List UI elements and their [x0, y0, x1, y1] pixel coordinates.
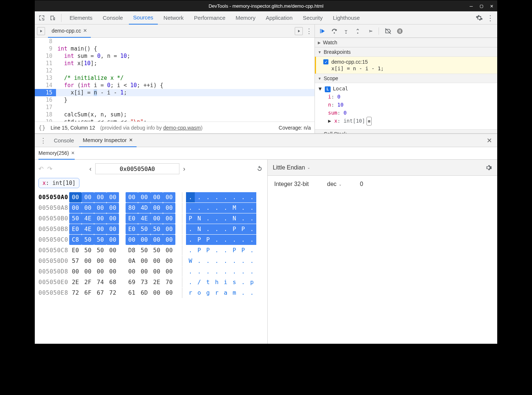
code-editor[interactable]: 89int main() {10 int sum = 0, n = 10;11 … [35, 38, 315, 122]
panel-tab-sources[interactable]: Sources [129, 11, 158, 25]
code-line[interactable]: 11 int x[10]; [35, 60, 315, 67]
scope-variable[interactable]: sum: 0 [328, 109, 494, 117]
memory-row[interactable]: 005050C0C850500000000000.PP..... [38, 234, 264, 245]
panel-tab-elements[interactable]: Elements [65, 11, 97, 25]
inspect-element-icon[interactable] [37, 13, 46, 23]
memory-row[interactable]: 005050A00000000000000000........ [38, 192, 264, 202]
code-line[interactable]: 18 calcSum(x, n, sum); [35, 111, 315, 118]
memory-row[interactable]: 005050E02E2F746869732E70./this.p [38, 277, 264, 287]
scope-variable[interactable]: n: 10 [328, 101, 494, 109]
close-drawer-icon[interactable]: ✕ [484, 137, 494, 145]
drawer-more-icon[interactable]: ⋮ [38, 137, 49, 145]
step-into-icon[interactable] [342, 27, 350, 35]
svg-rect-7 [400, 29, 401, 32]
reveal-in-memory-icon[interactable]: ▦ [367, 117, 372, 126]
watch-section-header[interactable]: ▶Watch [315, 38, 497, 47]
panel-tab-lighthouse[interactable]: Lighthouse [328, 11, 364, 25]
page-next-icon[interactable]: › [183, 165, 185, 173]
breakpoint-code: x[i] = n - i - 1; [323, 66, 494, 71]
maximize-button[interactable]: ▢ [478, 3, 485, 9]
title-bar: DevTools - memory-inspector.glitch.me/de… [35, 0, 497, 11]
panel-tab-performance[interactable]: Performance [190, 11, 230, 25]
code-line[interactable]: 9int main() { [35, 45, 315, 52]
settings-gear-icon[interactable] [475, 13, 484, 23]
scope-variable[interactable]: i: 0 [328, 93, 494, 101]
breakpoint-location: demo-cpp.cc:15 [331, 59, 368, 65]
page-prev-icon[interactable]: ‹ [89, 165, 92, 173]
breakpoint-checkbox[interactable]: ✓ [323, 59, 328, 64]
devtools-main-toolbar: Elements Console Sources Network Perform… [35, 11, 497, 25]
memory-row[interactable]: 005050B0504E0000E04E0000PN...N.. [38, 213, 264, 224]
scope-local-header[interactable]: ▼ LLocal [319, 85, 494, 93]
pause-on-exceptions-icon[interactable] [396, 27, 404, 35]
panel-tab-application[interactable]: Application [261, 11, 297, 25]
deactivate-breakpoints-icon[interactable] [384, 27, 392, 35]
run-snippet-icon[interactable] [295, 27, 303, 35]
code-line[interactable]: 8 [35, 38, 315, 45]
panel-tab-console[interactable]: Console [98, 11, 127, 25]
svg-point-5 [397, 28, 403, 34]
svg-rect-0 [320, 29, 321, 33]
cursor-position: Line 15, Column 12 [51, 125, 95, 131]
svg-point-3 [357, 32, 358, 33]
panel-tab-memory[interactable]: Memory [231, 11, 260, 25]
memory-row[interactable]: 005050A800000000804D0000.....M.. [38, 202, 264, 213]
pretty-print-icon[interactable]: {} [38, 124, 45, 131]
memory-row[interactable]: 005050D0570000000A000000W....... [38, 256, 264, 266]
close-memory-tab-icon[interactable]: ✕ [71, 150, 75, 156]
wasm-link[interactable]: demo-cpp.wasm [163, 125, 201, 131]
breakpoint-entry[interactable]: ✓demo-cpp.cc:15 x[i] = n - i - 1; [315, 57, 497, 74]
debug-info-source: (provided via debug info by demo-cpp.was… [100, 125, 202, 131]
close-file-tab-icon[interactable]: ✕ [83, 28, 87, 33]
memory-row[interactable]: 005050E8726F6772616D0000rogram.. [38, 287, 264, 298]
drawer-tab-memory-inspector[interactable]: Memory Inspector ✕ [79, 134, 137, 147]
refresh-icon[interactable] [256, 165, 264, 173]
drawer-tab-console[interactable]: Console [50, 134, 78, 147]
minimize-button[interactable]: — [468, 3, 475, 9]
interpreted-value: 0 [360, 181, 363, 187]
panel-tab-security[interactable]: Security [298, 11, 327, 25]
scope-section-header[interactable]: ▼Scope [315, 74, 497, 83]
coverage-status: Coverage: n/a [279, 125, 311, 131]
endianness-select[interactable]: Little Endian⌄ [273, 164, 310, 171]
call-stack-section-header[interactable]: ▼Call Stack [315, 129, 497, 133]
navigator-toggle-icon[interactable] [37, 27, 45, 35]
svg-point-1 [334, 32, 335, 33]
panel-tab-network[interactable]: Network [159, 11, 188, 25]
close-drawer-tab-icon[interactable]: ✕ [129, 137, 133, 143]
value-settings-icon[interactable] [485, 164, 492, 171]
object-chip[interactable]: x: int[10] [38, 178, 79, 188]
source-file-tab[interactable]: demo-cpp.cc ✕ [48, 25, 91, 38]
more-file-options-icon[interactable]: ⋮ [306, 27, 312, 35]
code-line[interactable]: 19 std::cout << sum << "\n"; [35, 118, 315, 122]
history-forward-icon[interactable]: ↷ [47, 165, 52, 173]
step-over-icon[interactable] [330, 27, 338, 35]
code-line[interactable]: 10 int sum = 0, n = 10; [35, 52, 315, 60]
step-icon[interactable] [365, 27, 373, 35]
device-toolbar-icon[interactable] [48, 13, 57, 23]
memory-row[interactable]: 005050D80000000000000000........ [38, 266, 264, 277]
scope-variable-x[interactable]: ▶ x: int[10]▦ [328, 117, 494, 126]
value-format-select[interactable]: dec⌄ [327, 181, 342, 187]
history-back-icon[interactable]: ↶ [38, 165, 44, 173]
address-input[interactable] [95, 163, 179, 174]
code-line[interactable]: 13 /* initialize x */ [35, 74, 315, 82]
code-line[interactable]: 12 [35, 67, 315, 74]
close-window-button[interactable]: ✕ [488, 3, 495, 9]
more-menu-icon[interactable]: ⋮ [486, 13, 495, 23]
code-line[interactable]: 17 [35, 104, 315, 111]
editor-status-bar: {} Line 15, Column 12 (provided via debu… [35, 122, 315, 133]
step-out-icon[interactable] [354, 27, 362, 35]
code-line[interactable]: 14 for (int i = 0; i < 10; ++i) { [35, 82, 315, 89]
memory-row[interactable]: 005050B8E04E0000E0505000.N...PP. [38, 224, 264, 234]
code-line[interactable]: 16 } [35, 96, 315, 104]
memory-hex-viewer[interactable]: 005050A00000000000000000........005050A8… [38, 192, 264, 298]
value-type-label: Integer 32-bit [274, 181, 309, 187]
memory-instance-tab[interactable]: Memory(256) ✕ [38, 147, 75, 160]
memory-row[interactable]: 005050C8E0505000D8505000.PP..PP. [38, 245, 264, 256]
breakpoints-section-header[interactable]: ▼Breakpoints [315, 47, 497, 57]
window-title: DevTools - memory-inspector.glitch.me/de… [209, 3, 324, 9]
svg-point-4 [371, 30, 372, 31]
code-line[interactable]: 15 x[i] = n - i - 1; [35, 89, 315, 96]
resume-script-icon[interactable] [319, 27, 327, 35]
